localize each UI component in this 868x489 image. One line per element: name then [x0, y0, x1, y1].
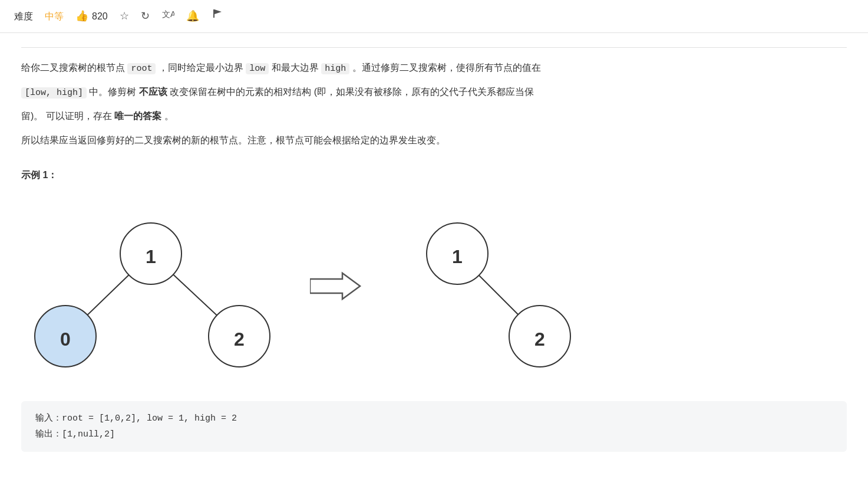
refresh-button[interactable]: ↻	[141, 8, 150, 25]
bold-not-should: 不应该	[139, 87, 167, 97]
flag-icon	[211, 7, 224, 25]
code-line2: 输出：[1,null,2]	[35, 426, 833, 442]
tree1-svg: 0 1 2	[21, 206, 292, 389]
difficulty-value: 中等	[45, 9, 64, 24]
node-1-label: 1	[146, 246, 156, 267]
arrow-container	[310, 268, 363, 304]
toolbar: 难度 中等 👍 820 ☆ ↻ 文A 🔔	[0, 0, 868, 33]
node-2-label: 2	[234, 329, 245, 350]
bold-unique-answer: 唯一的答案	[114, 111, 161, 121]
flag-button[interactable]	[211, 7, 224, 25]
like-count: 820	[92, 9, 108, 24]
node2-2-label: 2	[534, 329, 545, 350]
page-container: 难度 中等 👍 820 ☆ ↻ 文A 🔔	[0, 0, 868, 489]
star-icon: ☆	[120, 8, 129, 25]
code-high: high	[321, 63, 349, 74]
star-button[interactable]: ☆	[120, 8, 129, 25]
arrow-svg	[310, 268, 363, 304]
svg-rect-1	[213, 9, 214, 18]
code-low: low	[246, 63, 269, 74]
translate-button[interactable]: 文A	[161, 7, 174, 25]
translate-icon: 文A	[161, 7, 174, 25]
svg-marker-2	[214, 9, 222, 14]
refresh-icon: ↻	[141, 8, 150, 25]
svg-text:文A: 文A	[162, 9, 174, 19]
code-block: 输入：root = [1,0,2], low = 1, high = 2 输出：…	[21, 401, 847, 452]
bell-button[interactable]: 🔔	[186, 8, 199, 25]
content-area: 给你二叉搜索树的根节点 root ，同时给定最小边界 low 和最大边界 hig…	[0, 33, 868, 466]
code-range: [low, high]	[21, 87, 87, 99]
desc-line2: [low, high] 中。修剪树 不应该 改变保留在树中的元素的相对结构 (即…	[21, 84, 847, 101]
node2-1-label: 1	[452, 246, 463, 267]
bell-icon: 🔔	[186, 8, 199, 25]
desc-line1: 给你二叉搜索树的根节点 root ，同时给定最小边界 low 和最大边界 hig…	[21, 60, 847, 77]
tree2-svg: 1 2	[381, 206, 634, 389]
code-line1: 输入：root = [1,0,2], low = 1, high = 2	[35, 411, 833, 426]
arrow-polygon	[310, 273, 360, 299]
problem-description: 给你二叉搜索树的根节点 root ，同时给定最小边界 low 和最大边界 hig…	[21, 60, 847, 149]
like-button[interactable]: 👍 820	[75, 8, 108, 25]
like-icon: 👍	[75, 8, 88, 25]
desc-line3: 留)。 可以证明，存在 唯一的答案 。	[21, 108, 847, 125]
divider	[21, 47, 847, 48]
diagram-container: 0 1 2 1	[21, 195, 847, 401]
difficulty-label: 难度	[14, 9, 33, 24]
node-0-label: 0	[60, 329, 71, 350]
desc-line5: 所以结果应当返回修剪好的二叉搜索树的新的根节点。注意，根节点可能会根据给定的边界…	[21, 132, 847, 149]
code-root: root	[127, 63, 156, 74]
example-title: 示例 1：	[21, 168, 847, 183]
